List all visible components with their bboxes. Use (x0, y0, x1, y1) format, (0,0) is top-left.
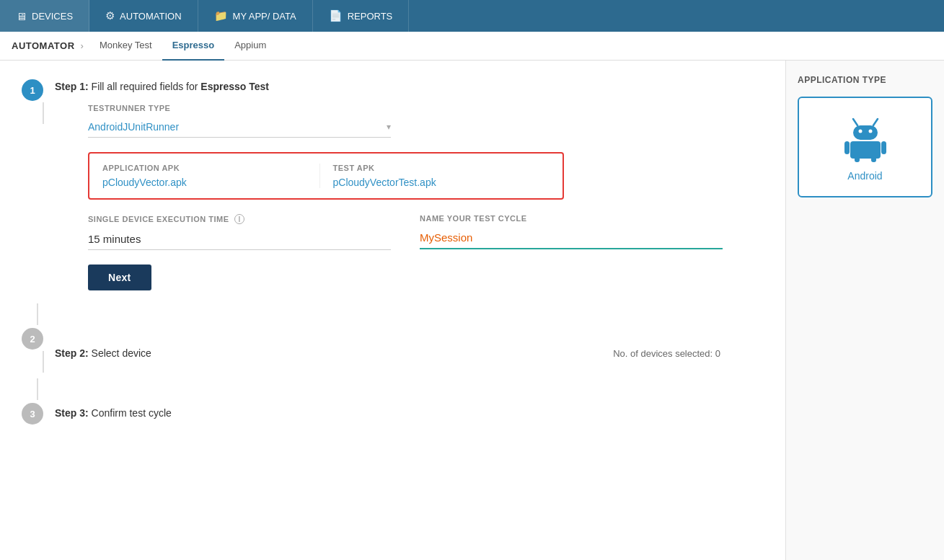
fields-row: SINGLE DEVICE EXECUTION TIME i 15 minute… (88, 214, 764, 250)
step2-title: Step 2: Select device (55, 345, 151, 359)
testrunner-dropdown[interactable]: AndroidJUnitRunner ▾ (88, 117, 391, 138)
android-label: Android (847, 170, 882, 182)
step1-circle: 1 (22, 79, 43, 101)
svg-point-3 (858, 130, 862, 133)
execution-time-value: 15 minutes (88, 228, 391, 250)
testrunner-value[interactable]: AndroidJUnitRunner ▾ (88, 117, 391, 138)
panel-title: APPLICATION TYPE (798, 75, 932, 85)
content-area: 1 Step 1: Fill all required fields for E… (0, 61, 785, 560)
step1-content-wrap: Step 1: Fill all required fields for Esp… (55, 78, 764, 302)
sub-navigation: AUTOMATOR › Monkey Test Espresso Appium (0, 32, 944, 61)
devices-icon: 🖥 (16, 10, 27, 22)
step2-circle: 2 (22, 328, 43, 350)
nav-reports[interactable]: 📄 REPORTS (313, 0, 410, 32)
automator-label: AUTOMATOR (12, 40, 75, 51)
tab-monkey-test[interactable]: Monkey Test (89, 32, 162, 61)
tab-espresso[interactable]: Espresso (162, 32, 225, 61)
next-button[interactable]: Next (88, 265, 151, 290)
apk-box: APPLICATION APK pCloudyVector.apk TEST A… (88, 152, 564, 200)
step2-row: 2 Step 2: Select device No. of devices s… (22, 326, 764, 374)
step3-title: Step 3: Confirm test cycle (55, 404, 764, 419)
nav-myapp-label: MY APP/ DATA (233, 11, 296, 22)
devices-selected-text: No. of devices selected: 0 (613, 345, 764, 359)
testrunner-label: TESTRUNNER TYPE (88, 104, 764, 112)
svg-rect-2 (853, 125, 878, 140)
step1-form: TESTRUNNER TYPE AndroidJUnitRunner ▾ APP… (88, 104, 764, 290)
test-cycle-label: NAME YOUR TEST CYCLE (420, 214, 723, 223)
nav-devices[interactable]: 🖥 DEVICES (0, 0, 89, 32)
nav-devices-label: DEVICES (32, 11, 73, 22)
testrunner-section: TESTRUNNER TYPE AndroidJUnitRunner ▾ (88, 104, 764, 138)
svg-line-0 (853, 119, 857, 125)
step2-left: 2 (22, 326, 55, 374)
svg-rect-9 (871, 157, 876, 162)
android-icon (840, 112, 891, 163)
android-card[interactable]: Android (798, 97, 932, 197)
step3-left: 3 (22, 401, 55, 425)
connector-1-2 (37, 303, 38, 325)
svg-rect-6 (844, 141, 850, 154)
chevron-right-icon: › (81, 40, 84, 51)
test-apk-field: TEST APK pCloudyVectorTest.apk (319, 164, 550, 188)
nav-myapp[interactable]: 📁 MY APP/ DATA (198, 0, 313, 32)
info-icon[interactable]: i (234, 214, 244, 224)
step2-connector (43, 351, 44, 373)
step3-row: 3 Step 3: Confirm test cycle (22, 401, 764, 425)
nav-automation-label: AUTOMATION (120, 11, 181, 22)
svg-rect-8 (855, 157, 860, 162)
reports-icon: 📄 (329, 9, 343, 22)
execution-time-group: SINGLE DEVICE EXECUTION TIME i 15 minute… (88, 214, 391, 250)
svg-rect-7 (881, 141, 886, 154)
test-cycle-group: NAME YOUR TEST CYCLE (420, 214, 723, 250)
app-apk-field: APPLICATION APK pCloudyVector.apk (102, 164, 319, 188)
myapp-icon: 📁 (214, 9, 228, 22)
automation-icon: ⚙ (105, 9, 115, 22)
step1-left: 1 (22, 78, 55, 125)
main-layout: 1 Step 1: Fill all required fields for E… (0, 61, 944, 560)
svg-line-1 (873, 119, 878, 125)
svg-rect-5 (850, 141, 881, 159)
nav-reports-label: REPORTS (348, 11, 393, 22)
step3-content-wrap: Step 3: Confirm test cycle (55, 401, 764, 419)
svg-point-4 (868, 130, 872, 133)
top-navigation: 🖥 DEVICES ⚙ AUTOMATION 📁 MY APP/ DATA 📄 … (0, 0, 944, 32)
connector-2-3 (37, 378, 38, 400)
tab-appium[interactable]: Appium (224, 32, 276, 61)
test-cycle-input[interactable] (420, 227, 723, 249)
chevron-down-icon: ▾ (387, 122, 391, 132)
test-apk-label: TEST APK (333, 164, 550, 172)
step1-step2-connector (22, 302, 764, 326)
step3-circle: 3 (22, 403, 43, 425)
test-apk-value[interactable]: pCloudyVectorTest.apk (333, 177, 550, 188)
step2-content-wrap: Step 2: Select device No. of devices sel… (55, 342, 764, 359)
right-panel: APPLICATION TYPE (785, 61, 944, 560)
nav-automation[interactable]: ⚙ AUTOMATION (89, 0, 198, 32)
step1-title: Step 1: Fill all required fields for Esp… (55, 78, 764, 92)
step1-connector (43, 102, 44, 124)
step1-row: 1 Step 1: Fill all required fields for E… (22, 78, 764, 302)
step2-step3-connector (22, 377, 764, 401)
app-apk-value[interactable]: pCloudyVector.apk (102, 177, 319, 188)
app-apk-label: APPLICATION APK (102, 164, 319, 172)
execution-time-label: SINGLE DEVICE EXECUTION TIME i (88, 214, 391, 224)
